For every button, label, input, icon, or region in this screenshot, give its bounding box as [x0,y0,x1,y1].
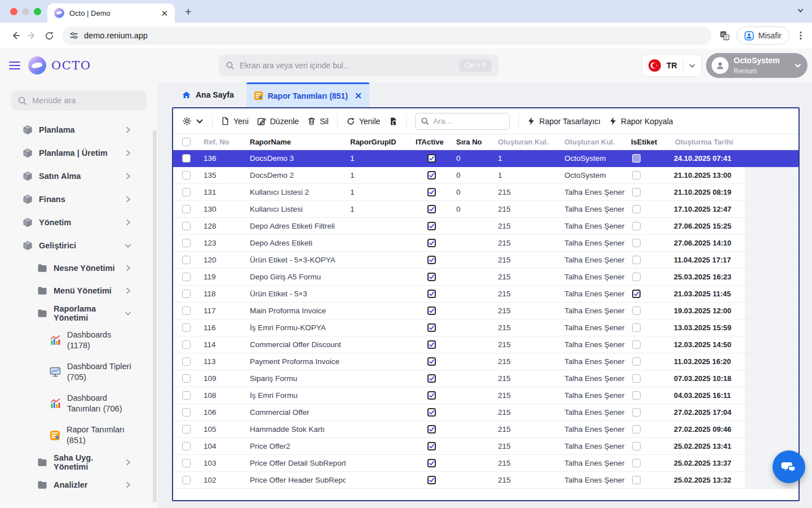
row-checkbox[interactable] [182,408,191,417]
itactive-checkbox[interactable] [427,459,436,467]
table-row[interactable]: 106 Commercial Offer 215 Talha Enes Şene… [173,404,798,421]
row-checkbox[interactable] [182,171,191,179]
sidebar-item[interactable]: Dashboard Tanımları (706) [0,388,158,419]
sidebar-search[interactable] [11,90,147,111]
itactive-checkbox[interactable] [427,340,436,349]
isetiket-checkbox[interactable] [632,340,641,349]
sidebar-item[interactable]: Analizler [0,474,158,496]
itactive-checkbox[interactable] [427,408,436,417]
isetiket-checkbox[interactable] [632,357,641,366]
export-button[interactable] [389,117,398,126]
table-row[interactable]: 104 Price Offer2 215 Talha Enes Şener 25… [173,438,798,455]
isetiket-checkbox[interactable] [632,154,641,163]
sidebar-item[interactable]: Planlama [0,124,158,141]
grid-settings-button[interactable] [182,116,204,126]
reload-button[interactable] [41,30,58,41]
itactive-checkbox[interactable] [427,442,436,450]
row-checkbox[interactable] [182,374,191,383]
global-search[interactable]: Ctrl + F [219,55,498,76]
sidebar-item[interactable]: Nesne Yönetimi [0,257,158,279]
new-tab-button[interactable]: + [182,5,195,19]
isetiket-checkbox[interactable] [632,459,641,467]
table-row[interactable]: 108 İş Emri Formu 215 Talha Enes Şener 0… [173,387,798,404]
row-checkbox[interactable] [182,273,191,281]
row-checkbox[interactable] [182,256,191,264]
column-header[interactable] [173,138,199,146]
select-all-checkbox[interactable] [182,138,191,146]
isetiket-checkbox[interactable] [632,273,641,281]
isetiket-checkbox[interactable] [632,306,641,315]
table-row[interactable]: 123 Depo Adres Etiketi 215 Talha Enes Şe… [173,235,798,252]
report-designer-button[interactable]: Rapor Tasarlayıcı [527,117,601,126]
row-checkbox[interactable] [182,357,191,366]
browser-tab[interactable]: Octo | Demo ✕ [47,3,175,23]
url-bar[interactable]: demo.renium.app [62,27,712,45]
sidebar-item[interactable]: Planlama | Üretim [0,141,158,164]
row-checkbox[interactable] [182,154,191,163]
row-checkbox[interactable] [182,188,191,196]
itactive-checkbox[interactable] [427,357,436,366]
row-checkbox[interactable] [182,222,191,230]
itactive-checkbox[interactable] [427,425,436,433]
sidebar-item[interactable]: Geliştirici [0,234,158,257]
language-selector[interactable]: TR [642,54,702,77]
isetiket-checkbox[interactable] [632,374,641,383]
site-info-icon[interactable] [69,31,78,40]
table-row[interactable]: 135 DocsDemo 2 1 0 1 OctoSystem 21.10.20… [173,167,798,184]
zoom-window-button[interactable] [34,8,41,15]
itactive-checkbox[interactable] [427,323,436,332]
isetiket-checkbox[interactable] [632,391,641,400]
row-checkbox[interactable] [182,340,191,349]
close-window-button[interactable] [10,8,17,15]
isetiket-checkbox[interactable] [632,425,641,433]
sidebar-item[interactable]: Finans [0,187,158,211]
row-checkbox[interactable] [182,476,191,484]
translate-icon[interactable]: G文 [720,30,730,41]
itactive-checkbox[interactable] [427,306,436,315]
sidebar-item[interactable]: Menü Yönetimi [0,279,158,302]
row-checkbox[interactable] [182,425,191,433]
profile-button[interactable]: Misafir [736,27,789,45]
sidebar-scrollbar[interactable] [153,130,157,502]
itactive-checkbox[interactable] [427,256,436,264]
table-row[interactable]: 120 Ürün Etiket - 5×3-KOPYA 215 Talha En… [173,252,798,269]
grid-search-input[interactable] [433,117,504,125]
itactive-checkbox[interactable] [427,154,436,163]
sidebar-search-input[interactable] [32,96,140,105]
isetiket-checkbox[interactable] [632,408,641,417]
table-row[interactable]: 109 Sipariş Formu 215 Talha Enes Şener 0… [173,370,798,387]
itactive-checkbox[interactable] [427,374,436,383]
table-row[interactable]: 102 Price Offer Header SubReport 215 Tal… [173,472,798,489]
table-row[interactable]: 113 Payment Proforma Invoice 215 Talha E… [173,353,798,370]
hamburger-menu-icon[interactable] [9,62,20,70]
table-row[interactable]: 117 Main Proforma Invoice 215 Talha Enes… [173,303,798,319]
table-row[interactable]: 136 DocsDemo 3 1 0 1 OctoSystem 24.10.20… [173,150,798,167]
row-checkbox[interactable] [182,290,191,298]
column-header[interactable]: RaporGrupID [346,138,411,146]
app-logo[interactable]: OCTO [28,56,91,75]
tab-home[interactable]: Ana Sayfa [175,82,241,107]
table-row[interactable]: 131 Kullanıcı Listesi 2 1 0 215 Talha En… [173,184,798,201]
user-menu[interactable]: OctoSystem Renium [706,53,807,78]
isetiket-checkbox[interactable] [632,239,641,247]
isetiket-checkbox[interactable] [632,205,641,213]
chat-button[interactable] [773,450,805,483]
itactive-checkbox[interactable] [427,188,436,196]
itactive-checkbox[interactable] [427,273,436,281]
table-row[interactable]: 103 Price Offer Detail SubReport 215 Tal… [173,455,798,472]
edit-button[interactable]: Düzenle [257,117,299,126]
column-header[interactable]: Sıra No [452,138,493,146]
browser-menu-icon[interactable] [796,30,805,41]
global-search-input[interactable] [240,61,454,70]
sidebar-item[interactable]: Dashboards (1178) [0,325,158,356]
sidebar-item[interactable]: Yönetim [0,211,158,234]
table-row[interactable]: 114 Commercial Offer Discount 215 Talha … [173,336,798,353]
isetiket-checkbox[interactable] [632,188,641,196]
grid-search[interactable] [415,113,510,130]
row-checkbox[interactable] [182,323,191,332]
table-row[interactable]: 128 Depo Adres Etiketi Filtreli 215 Talh… [173,218,798,235]
itactive-checkbox[interactable] [427,239,436,247]
forward-button[interactable] [24,30,41,41]
table-row[interactable]: 116 İş Emri Formu-KOPYA 215 Talha Enes Ş… [173,319,798,336]
itactive-checkbox[interactable] [427,290,436,298]
